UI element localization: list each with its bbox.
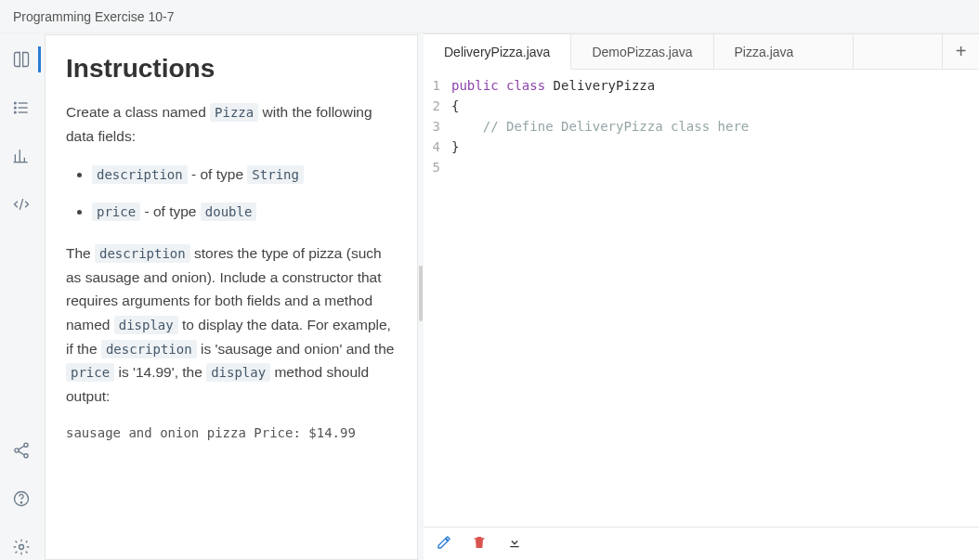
splitter[interactable] [418, 33, 424, 560]
svg-point-18 [20, 545, 24, 550]
editor-toolbar [424, 527, 979, 560]
instructions-heading: Instructions [46, 35, 417, 100]
paragraph: Create a class named Pizza with the foll… [66, 100, 397, 148]
paragraph: The description stores the type of pizza… [66, 241, 397, 408]
list-item: description - of type String [92, 163, 397, 187]
inline-code: display [206, 363, 270, 382]
bullet-list: description - of type String price - of … [66, 163, 397, 223]
inline-code: description [101, 340, 197, 358]
app-header: Programming Exercise 10-7 [0, 0, 979, 33]
svg-point-17 [20, 502, 21, 503]
svg-point-3 [15, 102, 17, 104]
chart-icon[interactable] [12, 147, 31, 169]
line-gutter: 12345 [424, 70, 446, 527]
inline-code: description [95, 244, 190, 263]
book-icon[interactable] [12, 50, 31, 72]
sidebar [0, 33, 43, 560]
page-title: Programming Exercise 10-7 [13, 9, 175, 24]
gear-icon[interactable] [12, 538, 31, 560]
svg-point-5 [15, 111, 17, 113]
tab-deliverypizza[interactable]: DeliveryPizza.java [424, 34, 571, 70]
main-area: Instructions Create a class named Pizza … [0, 33, 979, 560]
inline-code: display [114, 316, 178, 334]
add-tab-button[interactable]: + [942, 34, 979, 69]
code-editor[interactable]: 12345 public class DeliveryPizza{ // Def… [424, 70, 979, 527]
inline-code: price [66, 363, 114, 382]
instructions-body: Create a class named Pizza with the foll… [46, 100, 417, 462]
inline-code: Pizza [210, 103, 258, 122]
inline-code: description [92, 165, 188, 184]
list-item: price - of type double [92, 200, 397, 224]
instructions-panel: Instructions Create a class named Pizza … [45, 34, 418, 560]
download-icon[interactable] [507, 535, 522, 553]
svg-line-14 [19, 446, 25, 449]
code-output: sausage and onion pizza Price: $14.99 [66, 423, 397, 444]
svg-point-4 [15, 107, 17, 109]
tab-pizza[interactable]: Pizza.java [714, 34, 854, 69]
trash-icon[interactable] [472, 535, 487, 553]
editor-tabs: DeliveryPizza.java DemoPizzas.java Pizza… [424, 34, 979, 70]
inline-code: String [247, 165, 304, 184]
inline-code: double [201, 202, 257, 221]
svg-line-10 [20, 199, 22, 210]
share-icon[interactable] [12, 441, 31, 463]
edit-icon[interactable] [437, 535, 451, 553]
code-lines[interactable]: public class DeliveryPizza{ // Define De… [446, 70, 749, 527]
tab-demopizzas[interactable]: DemoPizzas.java [571, 34, 713, 69]
help-icon[interactable] [12, 489, 31, 512]
svg-line-15 [19, 451, 25, 455]
inline-code: price [92, 202, 140, 221]
editor-area: DeliveryPizza.java DemoPizzas.java Pizza… [424, 33, 979, 560]
list-icon[interactable] [12, 98, 31, 121]
code-icon[interactable] [12, 195, 31, 217]
